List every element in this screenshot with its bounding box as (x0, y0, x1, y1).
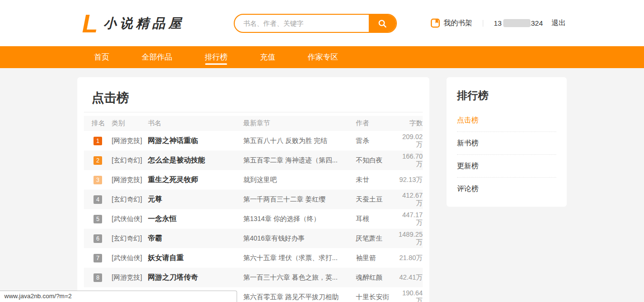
book-title-link[interactable]: 一念永恒 (148, 214, 243, 223)
word-count: 209.02万 (399, 133, 423, 149)
rank-badge: 4 (93, 195, 102, 204)
search-button[interactable] (369, 15, 396, 32)
book-title-link[interactable]: 重生之死灵牧师 (148, 175, 243, 184)
book-title-link[interactable]: 帝霸 (148, 234, 243, 243)
book-title-link[interactable]: 元尊 (148, 195, 243, 204)
main-nav: 首页 全部作品 排行榜 充值 作家专区 (0, 46, 644, 68)
table-header: 排名 类别 书名 最新章节 作者 字数 (84, 116, 423, 131)
latest-chapter[interactable]: 第五百八十八 反败为胜 完结 (243, 137, 356, 145)
rank-badge: 1 (93, 137, 102, 145)
word-count: 190.64万 (399, 289, 423, 302)
sidebar-item-new-books[interactable]: 新书榜 (457, 131, 556, 154)
rank-badge: 2 (93, 156, 102, 165)
rank-badge: 8 (93, 273, 102, 282)
word-count: 447.17万 (399, 211, 423, 227)
rank-badge: 3 (93, 176, 102, 184)
book-category: [玄幻奇幻] (112, 156, 148, 165)
table-row[interactable]: 6 [玄幻奇幻] 帝霸 第4016章有钱好办事 厌笔萧生 1489.25万 (84, 229, 423, 248)
latest-chapter[interactable]: 第1314章 你的选择（终） (243, 215, 356, 223)
book-author: 耳根 (356, 215, 399, 223)
latest-chapter[interactable]: 第一千两百三十二章 姜红缨 (243, 195, 356, 204)
word-count: 21.80万 (399, 254, 423, 262)
table-row[interactable]: 1 [网游竞技] 网游之神话重临 第五百八十八 反败为胜 完结 雷杀 209.0… (84, 131, 423, 151)
browser-status-url: www.java2nb.com/?m=2 (0, 291, 237, 302)
ranking-panel: 点击榜 排名 类别 书名 最新章节 作者 字数 1 [网游竞技] 网游之神话重临… (77, 77, 429, 302)
book-title-link[interactable]: 妖女请自重 (148, 253, 243, 262)
book-category: [网游竞技] (112, 273, 148, 282)
col-title: 书名 (148, 119, 243, 128)
col-words: 字数 (399, 119, 423, 128)
phone-prefix: 13 (494, 19, 502, 27)
table-row[interactable]: 8 [网游竞技] 网游之刀塔传奇 第一百三十六章 暮色之旅，英... 魂醉红颜 … (84, 268, 423, 287)
header-divider (483, 20, 483, 27)
book-category: [武侠仙侠] (112, 215, 148, 223)
bookshelf-label: 我的书架 (444, 19, 472, 28)
latest-chapter[interactable]: 第五百零二章 海神遗迹（第四... (243, 156, 356, 165)
book-category: [武侠仙侠] (112, 254, 148, 262)
book-title-link[interactable]: 网游之神话重临 (148, 136, 243, 145)
book-author: 未廿 (356, 176, 399, 184)
logo-l-icon: L (82, 11, 98, 35)
bookshelf-icon (430, 18, 440, 28)
table-row[interactable]: 3 [网游竞技] 重生之死灵牧师 就到这里吧 未廿 92.13万 (84, 170, 423, 190)
table-row[interactable]: 2 [玄幻奇幻] 怎么全是被动技能 第五百零二章 海神遗迹（第四... 不知白夜… (84, 151, 423, 170)
ranking-sidebar: 排行榜 点击榜 新书榜 更新榜 评论榜 (447, 77, 567, 207)
rank-badge: 6 (93, 234, 102, 243)
magnifier-icon (377, 19, 387, 29)
latest-chapter[interactable]: 第一百三十六章 暮色之旅，英... (243, 273, 356, 282)
book-author: 十里长安街 (356, 293, 399, 302)
sidebar-item-comments[interactable]: 评论榜 (457, 177, 556, 200)
book-title-link[interactable]: 怎么全是被动技能 (148, 156, 243, 165)
col-category: 类别 (112, 119, 148, 128)
rank-badge: 5 (93, 215, 102, 223)
nav-item-home[interactable]: 首页 (94, 46, 109, 68)
nav-item-author-zone[interactable]: 作家专区 (308, 46, 338, 68)
book-author: 不知白夜 (356, 156, 399, 165)
user-area: 我的书架 13 1324 退出 (430, 0, 566, 46)
top-header: L 小说精品屋 (0, 0, 644, 46)
book-category: [玄幻奇幻] (112, 234, 148, 243)
table-row[interactable]: 7 [武侠仙侠] 妖女请自重 第六十五章 埋伏（求票、求打... 袖里箭 21.… (84, 248, 423, 268)
latest-chapter[interactable]: 第六百零五章 路见不平拔刀相助 (243, 293, 356, 302)
search-input[interactable] (235, 15, 369, 32)
word-count: 166.70万 (399, 152, 423, 169)
word-count: 92.13万 (399, 176, 423, 184)
book-category: [网游竞技] (112, 176, 148, 184)
page-title: 点击榜 (84, 77, 423, 112)
col-chapter: 最新章节 (243, 119, 356, 128)
my-bookshelf-link[interactable]: 我的书架 (430, 18, 472, 28)
nav-item-recharge[interactable]: 充值 (260, 46, 275, 68)
col-rank: 排名 (92, 119, 112, 128)
nav-item-rankings[interactable]: 排行榜 (205, 46, 228, 68)
phone-blur-box (503, 19, 530, 27)
sidebar-title: 排行榜 (457, 77, 556, 109)
book-category: [玄幻奇幻] (112, 195, 148, 204)
book-author: 厌笔萧生 (355, 234, 398, 243)
table-row[interactable]: 5 [武侠仙侠] 一念永恒 第1314章 你的选择（终） 耳根 447.17万 (84, 209, 423, 229)
col-author: 作者 (356, 119, 399, 128)
word-count: 412.67万 (399, 191, 423, 208)
book-author: 袖里箭 (356, 254, 399, 262)
site-title: 小说精品屋 (104, 15, 185, 32)
book-author: 魂醉红颜 (356, 273, 399, 282)
table-row[interactable]: 4 [玄幻奇幻] 元尊 第一千两百三十二章 姜红缨 天蚕土豆 412.67万 (84, 190, 423, 209)
latest-chapter[interactable]: 第4016章有钱好办事 (243, 234, 356, 243)
word-count: 42.41万 (399, 273, 423, 282)
rank-badge: 7 (93, 254, 102, 262)
search-bar (234, 14, 397, 33)
latest-chapter[interactable]: 第六十五章 埋伏（求票、求打... (243, 254, 356, 262)
site-logo[interactable]: L 小说精品屋 (82, 11, 185, 35)
book-title-link[interactable]: 网游之刀塔传奇 (148, 273, 243, 282)
sidebar-item-click-rank[interactable]: 点击榜 (457, 109, 556, 131)
book-category: [网游竞技] (112, 137, 148, 145)
user-phone: 13 1324 (494, 19, 543, 27)
latest-chapter[interactable]: 就到这里吧 (243, 176, 356, 184)
logout-link[interactable]: 退出 (551, 19, 566, 28)
word-count: 1489.25万 (398, 231, 423, 247)
nav-item-all-books[interactable]: 全部作品 (142, 46, 172, 68)
sidebar-item-updates[interactable]: 更新榜 (457, 154, 556, 177)
book-author: 天蚕土豆 (356, 195, 399, 204)
book-author: 雷杀 (356, 137, 399, 145)
